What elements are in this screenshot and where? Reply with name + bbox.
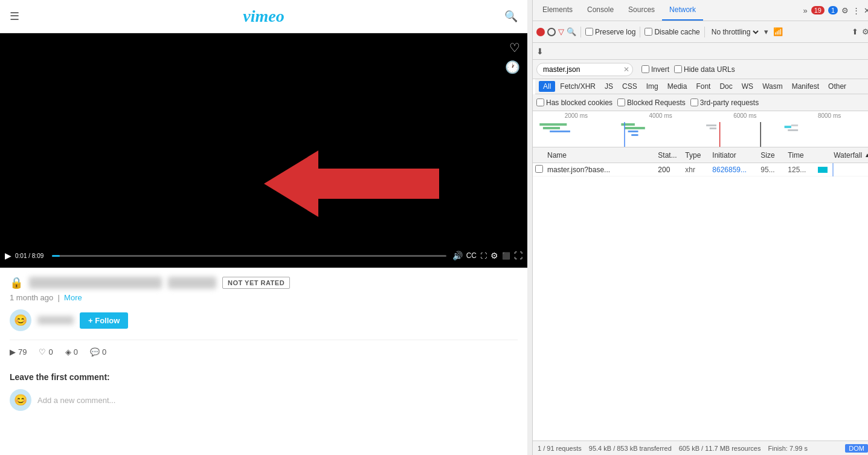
- download-row: ⬇: [533, 43, 868, 60]
- row-time: 125...: [788, 166, 815, 174]
- svg-rect-8: [706, 124, 716, 126]
- filter-css[interactable]: CSS: [618, 81, 641, 92]
- progress-bar[interactable]: [52, 255, 446, 257]
- fullscreen-button[interactable]: ⛶: [514, 251, 522, 260]
- disable-cache-label[interactable]: Disable cache: [645, 28, 699, 36]
- toolbar-right-icons: ⬆ ⚙: [852, 27, 868, 36]
- not-yet-rated-badge: NOT YET RATED: [222, 277, 290, 289]
- preserve-log-checkbox[interactable]: [585, 28, 593, 36]
- more-tabs-icon[interactable]: »: [803, 6, 807, 15]
- requests-status: 1 / 91 requests: [538, 445, 582, 452]
- more-options-icon[interactable]: ⋮: [852, 6, 860, 15]
- follow-button[interactable]: + Follow: [80, 312, 128, 329]
- settings-button[interactable]: ⚙: [490, 251, 498, 260]
- filter-doc[interactable]: Doc: [715, 81, 736, 92]
- hide-data-urls-label[interactable]: Hide data URLs: [674, 65, 735, 74]
- volume-button[interactable]: 🔊: [452, 251, 463, 260]
- heart-icon[interactable]: ♡: [509, 40, 520, 55]
- page-scrollbar[interactable]: [527, 0, 532, 455]
- settings-network-icon[interactable]: ⚙: [862, 27, 868, 36]
- search-toolbar-icon[interactable]: 🔍: [567, 27, 576, 36]
- invert-label[interactable]: Invert: [641, 65, 669, 74]
- filter-font[interactable]: Font: [692, 81, 715, 92]
- settings-devtools-icon[interactable]: ⚙: [841, 6, 849, 15]
- filter-manifest[interactable]: Manifest: [788, 81, 823, 92]
- tab-console[interactable]: Console: [580, 0, 621, 21]
- clock-icon[interactable]: 🕐: [505, 60, 520, 74]
- vimeo-panel: ☰ vimeo 🔍 ♡ 🕐 ▶ 0:01 / 8:09 🔊 CC ⛶ ⚙ ⬛ ⛶: [0, 0, 527, 455]
- filter-other[interactable]: Other: [824, 81, 850, 92]
- col-name-header[interactable]: Name: [547, 151, 658, 160]
- tab-elements[interactable]: Elements: [535, 0, 580, 21]
- more-link[interactable]: More: [64, 293, 82, 302]
- col-size-header[interactable]: Size: [760, 151, 788, 160]
- throttle-dropdown-icon[interactable]: ▾: [764, 27, 768, 36]
- col-time-header[interactable]: Time: [788, 151, 815, 160]
- filter-toolbar-icon[interactable]: ▽: [558, 27, 564, 36]
- throttle-select[interactable]: No throttling: [709, 27, 760, 37]
- avatar: 😊: [10, 309, 31, 331]
- search-icon[interactable]: 🔍: [504, 10, 518, 23]
- filter-img[interactable]: Img: [642, 81, 663, 92]
- col-initiator-header[interactable]: Initiator: [712, 151, 760, 160]
- filter-wasm[interactable]: Wasm: [758, 81, 787, 92]
- filter-input[interactable]: [536, 63, 633, 76]
- error-badge: 19: [811, 6, 825, 15]
- preserve-log-label[interactable]: Preserve log: [585, 28, 635, 36]
- filter-js[interactable]: JS: [600, 81, 617, 92]
- third-party-checkbox[interactable]: [690, 98, 698, 106]
- finish-status: Finish: 7.99 s: [768, 445, 807, 452]
- comments-stat: 💬 0: [90, 347, 106, 357]
- commenter-avatar: 😊: [10, 389, 31, 411]
- toolbar-divider-1: [580, 27, 581, 37]
- network-table: Name Stat... Type Initiator Size Time Wa…: [533, 147, 868, 440]
- video-title-blur: [29, 277, 162, 289]
- disable-cache-checkbox[interactable]: [645, 28, 652, 36]
- blocked-cookies-bar: Has blocked cookies Blocked Requests 3rd…: [533, 94, 868, 111]
- collections-icon: ◈: [65, 347, 71, 357]
- blocked-cookies-checkbox[interactable]: [536, 98, 544, 106]
- hide-data-urls-checkbox[interactable]: [674, 65, 682, 73]
- timeline-labels: 2000 ms 4000 ms 6000 ms 8000 ms: [533, 112, 868, 119]
- row-initiator[interactable]: 8626859...: [712, 166, 760, 174]
- heart-stat-icon: ♡: [39, 347, 46, 357]
- cc-button[interactable]: CC: [466, 251, 477, 260]
- filter-fetch-xhr[interactable]: Fetch/XHR: [556, 81, 600, 92]
- hamburger-icon[interactable]: ☰: [10, 10, 19, 23]
- tab-network[interactable]: Network: [662, 0, 703, 21]
- video-info: 🔒 NOT YET RATED 1 month ago | More 😊 + F…: [0, 268, 527, 372]
- filter-ws[interactable]: WS: [738, 81, 757, 92]
- tab-sources[interactable]: Sources: [621, 0, 662, 21]
- cast-button[interactable]: ⬛: [502, 252, 510, 260]
- blocked-cookies-label[interactable]: Has blocked cookies: [536, 98, 612, 107]
- filter-all[interactable]: All: [539, 81, 555, 92]
- blocked-requests-checkbox[interactable]: [617, 98, 625, 106]
- upload-icon[interactable]: ⬆: [852, 27, 858, 36]
- collections-count: 0: [74, 347, 78, 357]
- invert-checkbox[interactable]: [641, 65, 649, 73]
- col-status-header[interactable]: Stat...: [658, 151, 685, 160]
- stop-button[interactable]: [547, 28, 556, 36]
- status-bar: 1 / 91 requests 95.4 kB / 853 kB transfe…: [533, 440, 868, 455]
- table-row[interactable]: master.json?base... 200 xhr 8626859... 9…: [533, 163, 868, 176]
- blocked-requests-label[interactable]: Blocked Requests: [617, 98, 686, 107]
- col-waterfall-header[interactable]: Waterfall ▲: [815, 151, 868, 160]
- add-comment-placeholder[interactable]: Add a new comment...: [37, 396, 115, 405]
- devtools-panel: Elements Console Sources Network » 19 1 …: [532, 0, 868, 455]
- filter-clear-icon[interactable]: ✕: [623, 65, 629, 74]
- close-devtools-icon[interactable]: ✕: [864, 6, 868, 15]
- waterfall-sort-icon[interactable]: ▲: [864, 152, 868, 158]
- svg-rect-10: [785, 126, 791, 128]
- filter-types-bar: All Fetch/XHR JS CSS Img Media Font Doc …: [535, 79, 868, 94]
- record-button[interactable]: [536, 28, 545, 36]
- row-checkbox[interactable]: [535, 165, 543, 173]
- console-label: Console: [587, 5, 614, 14]
- pip-button[interactable]: ⛶: [480, 252, 487, 259]
- col-type-header[interactable]: Type: [685, 151, 712, 160]
- comments-count: 0: [102, 347, 106, 357]
- third-party-label[interactable]: 3rd-party requests: [690, 98, 759, 107]
- filter-media[interactable]: Media: [663, 81, 692, 92]
- svg-rect-5: [628, 131, 638, 132]
- download-icon[interactable]: ⬇: [536, 47, 544, 56]
- play-button[interactable]: ▶: [5, 251, 11, 260]
